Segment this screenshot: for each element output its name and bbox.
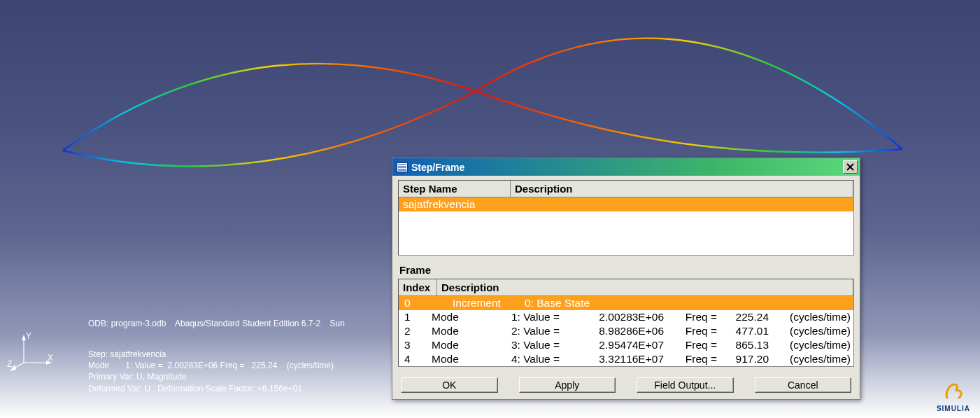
- step-name-cell: sajatfrekvencia: [402, 197, 511, 211]
- cancel-button[interactable]: Cancel: [755, 377, 852, 393]
- field-output-button[interactable]: Field Output...: [637, 377, 734, 393]
- axis-y-label: Y: [26, 331, 31, 341]
- ok-button[interactable]: OK: [401, 377, 498, 393]
- close-button[interactable]: [843, 160, 858, 174]
- axis-x-label: X: [48, 353, 53, 363]
- frame-row[interactable]: 1 Mode 1: Value = 2.00283E+06 Freq = 225…: [399, 310, 853, 324]
- apply-button[interactable]: Apply: [519, 377, 616, 393]
- svg-line-4: [14, 363, 24, 368]
- close-icon: [846, 163, 854, 171]
- frame-table: Index Description 0 Increment 0: Base St…: [398, 279, 854, 367]
- simulia-logo: SIMULIA: [937, 382, 970, 414]
- step-col-name[interactable]: Step Name: [399, 181, 511, 197]
- dialog-title-text: Step/Frame: [411, 162, 464, 173]
- axis-z-label: Z: [7, 359, 12, 369]
- frame-row[interactable]: 0 Increment 0: Base State: [399, 296, 853, 310]
- step-table: Step Name Description sajatfrekvencia: [398, 180, 854, 256]
- odb-info-text: ODB: program-3.odb Abaqus/Standard Stude…: [88, 318, 345, 329]
- step-frame-dialog: Step/Frame Step Name Description sajatfr…: [392, 158, 860, 400]
- frame-section-label: Frame: [399, 264, 854, 276]
- dialog-icon: [397, 162, 408, 172]
- frame-row[interactable]: 2 Mode 2: Value = 8.98286E+06 Freq = 477…: [399, 324, 853, 338]
- frame-col-index[interactable]: Index: [399, 279, 437, 295]
- frame-row[interactable]: 4 Mode 4: Value = 3.32116E+07 Freq = 917…: [399, 352, 853, 366]
- frame-row[interactable]: 3 Mode 3: Value = 2.95474E+07 Freq = 865…: [399, 338, 853, 352]
- step-info-text: Step: sajatfrekvencia Mode 1: Value = 2.…: [88, 349, 334, 394]
- step-col-desc[interactable]: Description: [511, 181, 853, 197]
- frame-col-desc[interactable]: Description: [437, 279, 853, 295]
- dialog-titlebar[interactable]: Step/Frame: [392, 158, 860, 176]
- step-row[interactable]: sajatfrekvencia: [399, 197, 853, 211]
- view-triad: Y X Z: [7, 329, 56, 378]
